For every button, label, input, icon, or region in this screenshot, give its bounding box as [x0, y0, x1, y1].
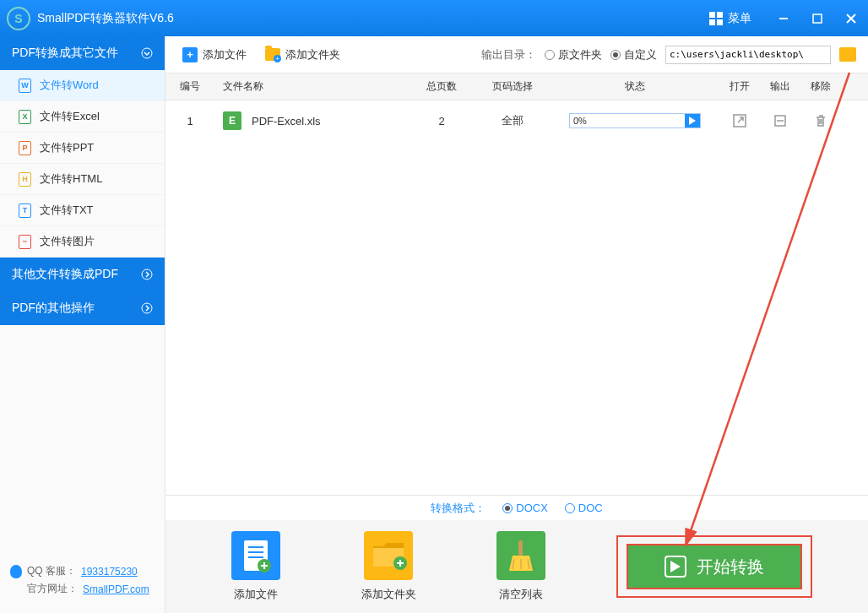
toolbar: +添加文件 添加文件夹 输出目录： 原文件夹 自定义	[165, 36, 868, 73]
cell-status: 0%	[551, 113, 719, 128]
output-path-input[interactable]	[665, 46, 831, 64]
header-del: 移除	[800, 79, 841, 94]
html-icon: H	[19, 172, 31, 187]
sidebar-item-image[interactable]: ~文件转图片	[0, 226, 165, 258]
excel-icon: X	[19, 110, 31, 124]
actions-bar: 添加文件 添加文件夹 清空列表 开始转换	[165, 520, 868, 613]
output-dir-label: 输出目录：	[481, 47, 536, 62]
header-name: 文件名称	[214, 79, 409, 94]
broom-icon	[496, 531, 545, 580]
window-controls	[767, 0, 868, 36]
radio-custom-folder[interactable]: 自定义	[610, 47, 657, 62]
radio-docx[interactable]: DOCX	[502, 502, 548, 514]
format-label: 转换格式：	[431, 501, 486, 516]
plus-icon: +	[182, 47, 198, 62]
menu-label: 菜单	[728, 11, 751, 26]
add-file-icon	[231, 531, 280, 580]
delete-button[interactable]	[800, 114, 841, 127]
excel-file-icon: E	[223, 111, 241, 130]
add-folder-button[interactable]: 添加文件夹	[260, 44, 345, 66]
sidebar-item-txt[interactable]: T文件转TXT	[0, 195, 165, 226]
ppt-icon: P	[19, 141, 31, 155]
sidebar-item-excel[interactable]: X文件转Excel	[0, 101, 165, 133]
txt-icon: T	[19, 203, 31, 218]
header-status: 状态	[551, 79, 719, 94]
app-title: SmallPDF转换器软件V6.6	[37, 11, 694, 26]
close-button[interactable]	[834, 0, 868, 36]
minimize-button[interactable]	[767, 0, 800, 36]
highlight-box	[616, 535, 812, 598]
radio-same-folder[interactable]: 原文件夹	[545, 47, 602, 62]
action-add-folder[interactable]: 添加文件夹	[361, 531, 416, 602]
browse-folder-button[interactable]	[839, 47, 856, 62]
grid-icon	[709, 12, 723, 25]
qq-icon	[10, 565, 22, 578]
contact-info: QQ 客服：1933175230 官方网址：SmallPDF.com	[0, 556, 165, 613]
image-icon: ~	[19, 235, 31, 249]
sidebar-section-pdf-other-ops[interactable]: PDF的其他操作	[0, 291, 165, 325]
site-link[interactable]: SmallPDF.com	[83, 583, 149, 595]
svg-rect-1	[813, 14, 822, 23]
output-button[interactable]	[760, 114, 800, 127]
content: +添加文件 添加文件夹 输出目录： 原文件夹 自定义 编号 文件名称 总页数 页…	[165, 36, 868, 613]
word-icon: W	[19, 79, 31, 93]
svg-rect-17	[518, 540, 523, 556]
radio-doc[interactable]: DOC	[565, 502, 603, 514]
app-logo-icon: S	[7, 7, 30, 30]
cell-sel[interactable]: 全部	[475, 113, 551, 128]
header-num: 编号	[165, 79, 214, 94]
action-add-file[interactable]: 添加文件	[231, 531, 280, 602]
sidebar-item-html[interactable]: H文件转HTML	[0, 164, 165, 195]
chevron-down-icon	[141, 47, 153, 59]
header-out: 输出	[760, 79, 800, 94]
titlebar: S SmallPDF转换器软件V6.6 菜单	[0, 0, 868, 36]
table-row[interactable]: 1 EPDF-Excel.xls 2 全部 0%	[165, 100, 868, 141]
table-header: 编号 文件名称 总页数 页码选择 状态 打开 输出 移除	[165, 73, 868, 100]
sidebar: PDF转换成其它文件 W文件转Word X文件转Excel P文件转PPT H文…	[0, 36, 165, 613]
progress-play-button[interactable]	[685, 114, 700, 127]
svg-point-4	[142, 48, 152, 58]
header-pages: 总页数	[409, 79, 475, 94]
folder-plus-icon	[265, 48, 280, 61]
menu-button[interactable]: 菜单	[694, 11, 767, 26]
sidebar-item-ppt[interactable]: P文件转PPT	[0, 133, 165, 164]
cell-num: 1	[165, 115, 214, 127]
add-folder-icon	[364, 531, 413, 580]
cell-name: EPDF-Excel.xls	[214, 111, 409, 130]
table-body: 1 EPDF-Excel.xls 2 全部 0%	[165, 100, 868, 495]
add-file-button[interactable]: +添加文件	[177, 44, 252, 66]
chevron-right-icon	[141, 302, 153, 314]
sidebar-section-other-to-pdf[interactable]: 其他文件转换成PDF	[0, 258, 165, 291]
cell-pages: 2	[409, 115, 475, 127]
svg-point-5	[142, 269, 152, 279]
sidebar-item-word[interactable]: W文件转Word	[0, 70, 165, 101]
qq-link[interactable]: 1933175230	[81, 566, 138, 578]
header-open: 打开	[719, 79, 760, 94]
header-sel: 页码选择	[475, 79, 551, 94]
chevron-right-icon	[141, 269, 153, 280]
sidebar-section-pdf-to-other[interactable]: PDF转换成其它文件	[0, 36, 165, 70]
progress-bar: 0%	[569, 113, 701, 128]
open-button[interactable]	[719, 114, 760, 127]
start-convert-button[interactable]: 开始转换	[627, 544, 802, 589]
format-bar: 转换格式： DOCX DOC	[165, 495, 868, 520]
maximize-button[interactable]	[800, 0, 834, 36]
action-clear-list[interactable]: 清空列表	[496, 531, 545, 602]
svg-point-6	[142, 303, 152, 313]
